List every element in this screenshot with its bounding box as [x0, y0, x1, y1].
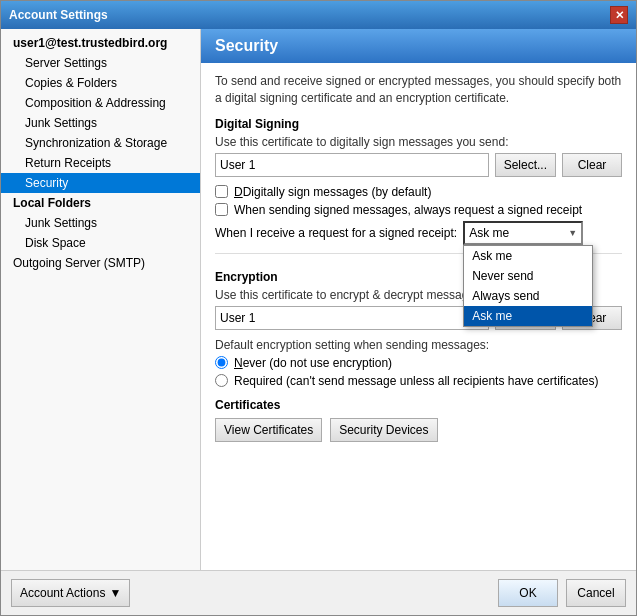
digitally-sign-label: DDigitally sign messages (by default): [234, 185, 431, 199]
panel-header: Security: [201, 29, 636, 63]
radio-row-required: Required (can't send message unless all …: [215, 374, 622, 388]
dropdown-option-always-send[interactable]: Always send: [464, 286, 592, 306]
account-actions-label: Account Actions: [20, 586, 105, 600]
digital-signing-title: Digital Signing: [215, 117, 622, 131]
dropdown-current-value: Ask me: [469, 226, 509, 240]
ok-button[interactable]: OK: [498, 579, 558, 607]
bottom-bar: Account Actions ▼ OK Cancel: [1, 570, 636, 615]
sidebar-item-disk-space[interactable]: Disk Space: [1, 233, 200, 253]
digital-signing-input-row: Select... Clear: [215, 153, 622, 177]
certificates-buttons: View Certificates Security Devices: [215, 418, 622, 442]
view-certificates-button[interactable]: View Certificates: [215, 418, 322, 442]
digitally-sign-checkbox[interactable]: [215, 185, 228, 198]
intro-text: To send and receive signed or encrypted …: [215, 73, 622, 107]
certificates-section: Certificates View Certificates Security …: [215, 398, 622, 442]
sidebar: user1@test.trustedbird.org Server Settin…: [1, 29, 201, 570]
signed-receipt-dropdown-row: When I receive a request for a signed re…: [215, 221, 622, 245]
sidebar-item-return-receipts[interactable]: Return Receipts: [1, 153, 200, 173]
default-encryption-label: Default encryption setting when sending …: [215, 338, 622, 352]
sidebar-item-outgoing-smtp[interactable]: Outgoing Server (SMTP): [1, 253, 200, 273]
panel-body: To send and receive signed or encrypted …: [201, 63, 636, 570]
required-encrypt-label: Required (can't send message unless all …: [234, 374, 598, 388]
certificates-title: Certificates: [215, 398, 622, 412]
security-devices-button[interactable]: Security Devices: [330, 418, 437, 442]
title-bar: Account Settings ✕: [1, 1, 636, 29]
account-settings-window: Account Settings ✕ user1@test.trustedbir…: [0, 0, 637, 616]
checkbox-row-1: DDigitally sign messages (by default): [215, 185, 622, 199]
sidebar-account-header[interactable]: user1@test.trustedbird.org: [1, 33, 200, 53]
checkbox-row-2: When sending signed messages, always req…: [215, 203, 622, 217]
sidebar-item-server-settings[interactable]: Server Settings: [1, 53, 200, 73]
account-actions-arrow: ▼: [109, 586, 121, 600]
digital-cert-input[interactable]: [215, 153, 489, 177]
required-encrypt-radio[interactable]: [215, 374, 228, 387]
digital-clear-button[interactable]: Clear: [562, 153, 622, 177]
never-encrypt-label: Never (do not use encryption): [234, 356, 392, 370]
request-signed-receipt-checkbox[interactable]: [215, 203, 228, 216]
encryption-cert-input[interactable]: [215, 306, 489, 330]
sidebar-item-junk-local[interactable]: Junk Settings: [1, 213, 200, 233]
cancel-button[interactable]: Cancel: [566, 579, 626, 607]
dropdown-option-ask-me-bottom[interactable]: Ask me: [464, 306, 592, 326]
ok-cancel-row: OK Cancel: [498, 579, 626, 607]
sidebar-local-folders[interactable]: Local Folders: [1, 193, 200, 213]
dropdown-option-ask-me-top[interactable]: Ask me: [464, 246, 592, 266]
radio-row-never: Never (do not use encryption): [215, 356, 622, 370]
dropdown-label: When I receive a request for a signed re…: [215, 226, 457, 240]
dropdown-trigger[interactable]: Ask me: [463, 221, 583, 245]
signed-receipt-dropdown[interactable]: Ask me Ask me Never send Always send Ask…: [463, 221, 583, 245]
right-panel: Security To send and receive signed or e…: [201, 29, 636, 570]
digital-select-button[interactable]: Select...: [495, 153, 556, 177]
dropdown-option-never-send[interactable]: Never send: [464, 266, 592, 286]
request-signed-receipt-label: When sending signed messages, always req…: [234, 203, 582, 217]
sidebar-item-security[interactable]: Security: [1, 173, 200, 193]
window-title: Account Settings: [9, 8, 108, 22]
sidebar-item-copies-folders[interactable]: Copies & Folders: [1, 73, 200, 93]
dropdown-list: Ask me Never send Always send Ask me: [463, 245, 593, 327]
sidebar-item-composition[interactable]: Composition & Addressing: [1, 93, 200, 113]
never-encrypt-radio[interactable]: [215, 356, 228, 369]
sidebar-item-sync[interactable]: Synchronization & Storage: [1, 133, 200, 153]
account-actions-button[interactable]: Account Actions ▼: [11, 579, 130, 607]
digital-signing-label: Use this certificate to digitally sign m…: [215, 135, 622, 149]
close-button[interactable]: ✕: [610, 6, 628, 24]
sidebar-item-junk[interactable]: Junk Settings: [1, 113, 200, 133]
main-content: user1@test.trustedbird.org Server Settin…: [1, 29, 636, 570]
